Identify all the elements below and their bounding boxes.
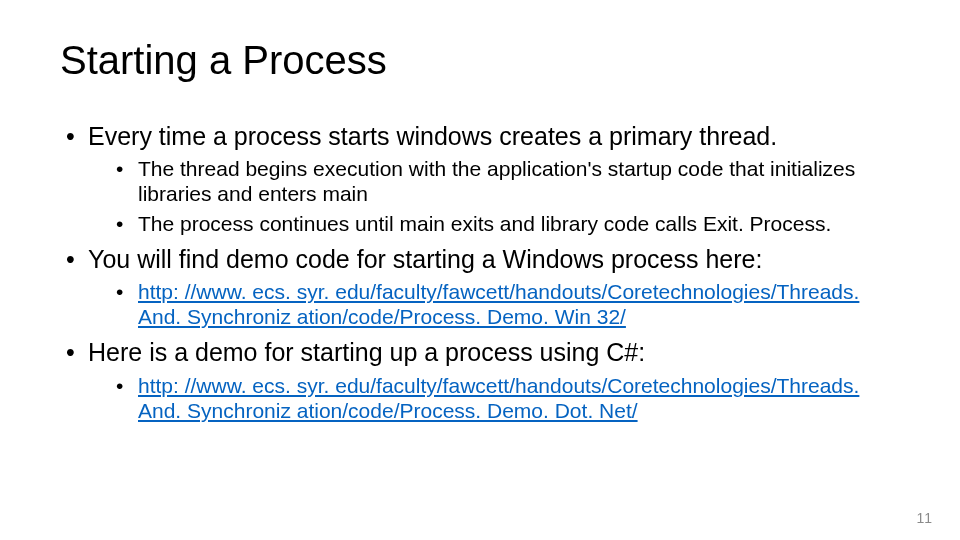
sublist-demo-csharp: http: //www. ecs. syr. edu/faculty/fawce… <box>88 373 900 423</box>
link-dotnet[interactable]: http: //www. ecs. syr. edu/faculty/fawce… <box>138 374 859 422</box>
subbullet-text: The process continues until main exits a… <box>138 212 831 235</box>
slide: Starting a Process Every time a process … <box>0 0 960 540</box>
subbullet-link-dotnet: http: //www. ecs. syr. edu/faculty/fawce… <box>88 373 900 423</box>
subbullet-text: The thread begins execution with the app… <box>138 157 855 205</box>
bullet-text: You will find demo code for starting a W… <box>88 245 762 273</box>
sublist-primary-thread: The thread begins execution with the app… <box>88 156 900 236</box>
bullet-text: Here is a demo for starting up a process… <box>88 338 645 366</box>
bullet-demo-windows: You will find demo code for starting a W… <box>60 244 900 330</box>
slide-title: Starting a Process <box>60 38 900 83</box>
bullet-list: Every time a process starts windows crea… <box>60 121 900 423</box>
page-number: 11 <box>916 510 932 526</box>
subbullet-startup-code: The thread begins execution with the app… <box>88 156 900 206</box>
bullet-primary-thread: Every time a process starts windows crea… <box>60 121 900 236</box>
subbullet-link-win32: http: //www. ecs. syr. edu/faculty/fawce… <box>88 279 900 329</box>
sublist-demo-windows: http: //www. ecs. syr. edu/faculty/fawce… <box>88 279 900 329</box>
bullet-text: Every time a process starts windows crea… <box>88 122 777 150</box>
subbullet-exit-process: The process continues until main exits a… <box>88 211 900 236</box>
bullet-demo-csharp: Here is a demo for starting up a process… <box>60 337 900 423</box>
link-win32[interactable]: http: //www. ecs. syr. edu/faculty/fawce… <box>138 280 859 328</box>
